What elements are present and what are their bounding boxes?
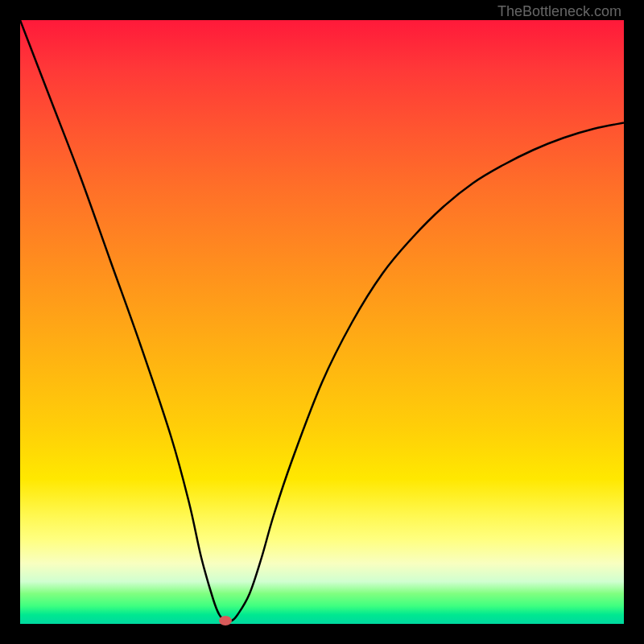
bottleneck-curve xyxy=(20,20,624,624)
bottleneck-marker xyxy=(219,616,232,625)
watermark-text: TheBottleneck.com xyxy=(497,3,621,20)
